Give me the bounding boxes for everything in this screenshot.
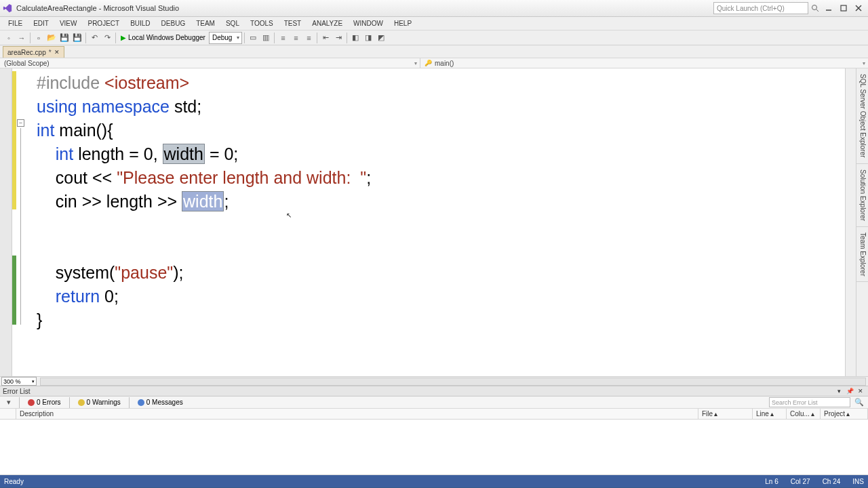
dirty-indicator: * [49, 49, 52, 56]
col-column[interactable]: Colu... ▴ [787, 409, 821, 419]
status-ready: Ready [4, 478, 24, 485]
maximize-button[interactable] [837, 3, 850, 14]
nav-back-icon[interactable]: ◦ [3, 32, 15, 44]
code-content[interactable]: #include <iostream> using namespace std;… [37, 68, 845, 376]
tab-label: areaRec.cpp [7, 49, 46, 56]
tb-icon-5[interactable]: ≡ [302, 32, 315, 44]
mouse-cursor-icon: ↖ [286, 204, 292, 227]
search-error-icon[interactable]: 🔍 [853, 396, 865, 409]
menu-edit[interactable]: EDIT [28, 18, 54, 28]
error-list-title: Error List [3, 388, 31, 395]
tb-icon-9[interactable]: ◨ [362, 32, 374, 44]
panel-close-icon[interactable]: ✕ [856, 387, 865, 395]
menu-bar: FILE EDIT VIEW PROJECT BUILD DEBUG TEAM … [0, 17, 868, 30]
error-list-header[interactable]: Error List ▾ 📌 ✕ [0, 386, 868, 396]
tb-icon-1[interactable]: ▭ [247, 32, 259, 44]
status-col: Col 27 [791, 478, 810, 485]
start-debugging-button[interactable]: ▶Local Windows Debugger [118, 34, 208, 41]
scope-left[interactable]: (Global Scope) [0, 58, 420, 68]
menu-file[interactable]: FILE [3, 18, 28, 28]
tb-icon-6[interactable]: ⇤ [319, 32, 332, 44]
document-tabs: areaRec.cpp * ✕ [0, 45, 868, 58]
filter-errors[interactable]: 0 Errors [24, 396, 65, 408]
error-list-body[interactable] [0, 420, 868, 475]
svg-rect-3 [841, 5, 846, 11]
menu-sql[interactable]: SQL [220, 18, 245, 28]
tb-icon-2[interactable]: ▥ [260, 32, 272, 44]
vertical-scrollbar[interactable] [845, 68, 856, 376]
menu-build[interactable]: BUILD [125, 18, 155, 28]
nav-fwd-icon[interactable]: → [16, 32, 28, 44]
tb-icon-7[interactable]: ⇥ [332, 32, 344, 44]
error-filter-bar: ▾ 0 Errors 0 Warnings 0 Messages Search … [0, 396, 868, 409]
horizontal-scrollbar[interactable] [40, 378, 866, 386]
zoom-select[interactable]: 300 % [1, 377, 37, 386]
menu-tools[interactable]: TOOLS [245, 18, 279, 28]
quick-launch-input[interactable]: Quick Launch (Ctrl+Q) [713, 2, 808, 14]
side-tab-well: SQL Server Object Explorer Solution Expl… [856, 68, 868, 376]
status-bar: Ready Ln 6 Col 27 Ch 24 INS [0, 475, 868, 487]
code-editor[interactable]: − #include <iostream> using namespace st… [0, 68, 856, 376]
side-tab-sql-explorer[interactable]: SQL Server Object Explorer [856, 68, 868, 164]
tab-arearec-cpp[interactable]: areaRec.cpp * ✕ [3, 46, 64, 58]
editor-area: − #include <iostream> using namespace st… [0, 68, 868, 376]
zoom-bar: 300 % [0, 376, 868, 386]
message-icon [138, 399, 144, 406]
undo-icon[interactable]: ↶ [88, 32, 100, 44]
menu-analyze[interactable]: ANALYZE [307, 18, 348, 28]
panel-dropdown-icon[interactable]: ▾ [834, 387, 844, 395]
side-tab-team-explorer[interactable]: Team Explorer [856, 227, 868, 282]
title-bar: CalculateAreaRectangle - Microsoft Visua… [0, 0, 868, 17]
menu-debug[interactable]: DEBUG [156, 18, 191, 28]
highlight-width-1: width [163, 144, 205, 164]
menu-window[interactable]: WINDOW [348, 18, 389, 28]
close-button[interactable] [852, 3, 865, 14]
save-icon[interactable]: 💾 [58, 32, 71, 44]
error-icon [28, 399, 35, 406]
filter-warnings[interactable]: 0 Warnings [74, 396, 125, 408]
warning-icon [78, 399, 85, 406]
tab-close-icon[interactable]: ✕ [54, 49, 60, 56]
save-all-icon[interactable]: 💾 [71, 32, 83, 44]
new-file-icon[interactable]: ▫ [33, 32, 45, 44]
editor-margin: − [0, 68, 37, 376]
search-error-list-input[interactable]: Search Error List [769, 397, 850, 407]
status-ins: INS [852, 478, 864, 485]
scope-right[interactable]: 🔑 main() [420, 58, 868, 68]
svg-line-1 [816, 9, 818, 12]
selection-width: width [182, 191, 224, 211]
col-project[interactable]: Project ▴ [821, 409, 868, 419]
tb-icon-3[interactable]: ≡ [277, 32, 289, 44]
tb-icon-10[interactable]: ◩ [375, 32, 387, 44]
menu-project[interactable]: PROJECT [82, 18, 125, 28]
filter-messages[interactable]: 0 Messages [134, 396, 187, 408]
error-columns: Description File ▴ Line ▴ Colu... ▴ Proj… [0, 409, 868, 420]
col-file[interactable]: File ▴ [698, 409, 753, 419]
side-tab-solution-explorer[interactable]: Solution Explorer [856, 164, 868, 227]
minimize-button[interactable] [822, 3, 835, 14]
scope-right-label: main() [435, 60, 454, 67]
toolbar: ◦ → ▫ 📂 💾 💾 ↶ ↷ ▶Local Windows Debugger … [0, 30, 868, 45]
filter-dropdown-icon[interactable]: ▾ [3, 396, 15, 409]
col-icon[interactable] [0, 409, 16, 419]
outline-margin[interactable]: − [16, 68, 26, 376]
open-icon[interactable]: 📂 [45, 32, 58, 44]
status-ch: Ch 24 [823, 478, 841, 485]
redo-icon[interactable]: ↷ [101, 32, 113, 44]
vs-logo-icon [3, 3, 12, 13]
search-icon[interactable] [810, 3, 821, 14]
config-select[interactable]: Debug [209, 32, 242, 44]
menu-view[interactable]: VIEW [54, 18, 83, 28]
col-line[interactable]: Line ▴ [753, 409, 787, 419]
col-description[interactable]: Description [16, 409, 698, 419]
status-line: Ln 6 [765, 478, 778, 485]
tb-icon-8[interactable]: ◧ [349, 32, 361, 44]
indicator-margin [0, 68, 12, 376]
tb-icon-4[interactable]: ≡ [290, 32, 302, 44]
key-icon: 🔑 [425, 60, 432, 66]
fold-toggle-icon[interactable]: − [17, 119, 24, 127]
menu-test[interactable]: TEST [279, 18, 307, 28]
panel-pin-icon[interactable]: 📌 [845, 387, 854, 395]
menu-help[interactable]: HELP [389, 18, 417, 28]
menu-team[interactable]: TEAM [191, 18, 220, 28]
